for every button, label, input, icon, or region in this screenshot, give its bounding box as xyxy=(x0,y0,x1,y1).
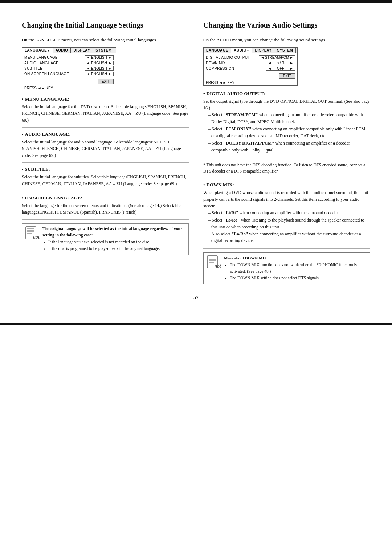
menu-language-title: •MENU LANGUAGE: xyxy=(22,96,189,102)
audio-language-body: Select the initial language for audio so… xyxy=(22,139,189,159)
notes-box-right: notes More about DOWN MIX The DOWN MIX f… xyxy=(203,252,370,284)
exit-row-r: EXIT xyxy=(204,73,297,80)
audio-menu-diagram: LANGUAGE AUDIO▼ DISPLAY SYSTEM DIGITAL A… xyxy=(203,47,298,86)
tab-audio: AUDIO xyxy=(53,48,71,53)
notes-box-left: notes The original language will be sele… xyxy=(22,223,189,255)
audio-language-title: •AUDIO LANGUAGE: xyxy=(22,131,189,137)
tab-display: DISPLAY xyxy=(71,48,93,53)
notes-icon-left: notes xyxy=(25,226,40,240)
menu-language-body: Select the initial language for the DVD … xyxy=(22,104,189,124)
dash-item: – Select "Lt/Rt" when connecting an ampl… xyxy=(208,210,370,216)
digital-audio-body: Set the output signal type through the D… xyxy=(203,98,370,154)
dash-item: – Select "DOLBY DIGITAL/PCM" when connec… xyxy=(208,140,370,153)
digital-audio-section: •DIGITAL AUDIO OUTPUT: Set the output si… xyxy=(203,91,370,158)
menu-row: ON SCREEN LANGUAGE ◄ENGLISH► xyxy=(22,71,116,77)
notes-header-left: The original language will be selected a… xyxy=(42,227,182,237)
notes-list-right: The DOWN MIX function does not work when… xyxy=(224,262,367,281)
on-screen-language-title: •ON SCREEN LANGUAGE: xyxy=(22,195,189,201)
notes-list-left: If the language you have selected is not… xyxy=(42,239,185,252)
left-title: Changing the Initial Language Settings xyxy=(22,21,189,32)
menu-row: AUDIO LANGUAGE ◄ENGLISH► xyxy=(22,60,116,66)
menu-row: SUBTITLE ◄ENGLISH► xyxy=(22,66,116,71)
exit-button-r: EXIT xyxy=(279,73,295,79)
star-note: * This unit does not have the DTS decodi… xyxy=(203,162,370,179)
notes-svg-right: notes xyxy=(207,255,221,269)
page-number: 57 xyxy=(22,295,370,301)
down-mix-title: •DOWN MIX: xyxy=(203,182,370,188)
notes-icon-right: notes xyxy=(207,255,221,269)
left-column: Changing the Initial Language Settings O… xyxy=(22,21,189,284)
right-intro: On the AUDIO menu, you can change the fo… xyxy=(203,37,370,44)
menu-language-section: •MENU LANGUAGE: Select the initial langu… xyxy=(22,96,189,128)
audio-menu-tabs: LANGUAGE AUDIO▼ DISPLAY SYSTEM xyxy=(204,48,297,53)
list-item: The DOWN MIX setting does not affect DTS… xyxy=(230,275,367,281)
list-item: If the disc is programed to be played ba… xyxy=(48,246,185,252)
left-intro: On the LANGUAGE menu, you can select the… xyxy=(22,37,189,44)
subtitle-section: •SUBTITLE: Select the initial language f… xyxy=(22,166,189,191)
digital-audio-title: •DIGITAL AUDIO OUTPUT: xyxy=(203,91,370,97)
menu-tabs: LANGUAGE▼ AUDIO DISPLAY SYSTEM xyxy=(22,48,116,53)
press-key: PRESS ◄► KEY xyxy=(22,85,116,91)
svg-text:notes: notes xyxy=(215,263,221,269)
down-mix-section: •DOWN MIX: When playing a DVD whose audi… xyxy=(203,182,370,249)
list-item: If the language you have selected is not… xyxy=(48,239,185,245)
list-item: The DOWN MIX function does not work when… xyxy=(230,262,367,275)
menu-row: MENU LANGUAGE ◄ENGLISH► xyxy=(22,55,116,60)
tab-display-r: DISPLAY xyxy=(252,48,274,53)
subtitle-body: Select the initial language for subtitle… xyxy=(22,174,189,187)
on-screen-language-body: Select the language for the on-screen me… xyxy=(22,202,189,216)
on-screen-language-section: •ON SCREEN LANGUAGE: Select the language… xyxy=(22,195,189,220)
dash-item: – Select "PCM ONLY" when connecting an a… xyxy=(208,126,370,139)
dash-item: – Select "Lo/Ro" when listening to the p… xyxy=(208,217,370,244)
notes-text-right: More about DOWN MIX The DOWN MIX functio… xyxy=(224,255,367,281)
subtitle-title: •SUBTITLE: xyxy=(22,166,189,172)
exit-row: EXIT xyxy=(22,78,116,85)
tab-language-r: LANGUAGE xyxy=(204,48,231,53)
press-key-r: PRESS ◄► KEY xyxy=(204,80,297,85)
notes-svg: notes xyxy=(25,226,40,240)
menu-row: DIGITAL AUDIO OUTPUT ◄STREAM/PCM► xyxy=(204,55,297,60)
bottom-bar xyxy=(0,323,392,325)
dash-item: – Select "STREAM/PCM" when connecting an… xyxy=(208,112,370,125)
tab-system-r: SYSTEM xyxy=(274,48,296,53)
notes-text-left: The original language will be selected a… xyxy=(42,226,185,252)
tab-language: LANGUAGE▼ xyxy=(22,48,53,53)
menu-row: COMPRESSION ◄OFF► xyxy=(204,66,297,71)
tab-system: SYSTEM xyxy=(93,48,114,53)
audio-menu-rows: DIGITAL AUDIO OUTPUT ◄STREAM/PCM► DOWN M… xyxy=(204,53,297,73)
down-mix-body: When playing a DVD whose audio sound is … xyxy=(203,189,370,244)
notes-header-right: More about DOWN MIX xyxy=(224,255,367,261)
exit-button: EXIT xyxy=(98,79,114,84)
right-title: Changing the Various Audio Settings xyxy=(203,21,370,32)
right-column: Changing the Various Audio Settings On t… xyxy=(203,21,370,284)
menu-rows: MENU LANGUAGE ◄ENGLISH► AUDIO LANGUAGE ◄… xyxy=(22,53,116,78)
svg-text:notes: notes xyxy=(33,234,40,240)
menu-row: DOWN MIX ◄Lo / Ro► xyxy=(204,60,297,66)
top-bar xyxy=(0,0,392,3)
audio-language-section: •AUDIO LANGUAGE: Select the initial lang… xyxy=(22,131,189,163)
tab-audio-r: AUDIO▼ xyxy=(231,48,252,53)
language-menu-diagram: LANGUAGE▼ AUDIO DISPLAY SYSTEM MENU LANG… xyxy=(22,47,116,91)
